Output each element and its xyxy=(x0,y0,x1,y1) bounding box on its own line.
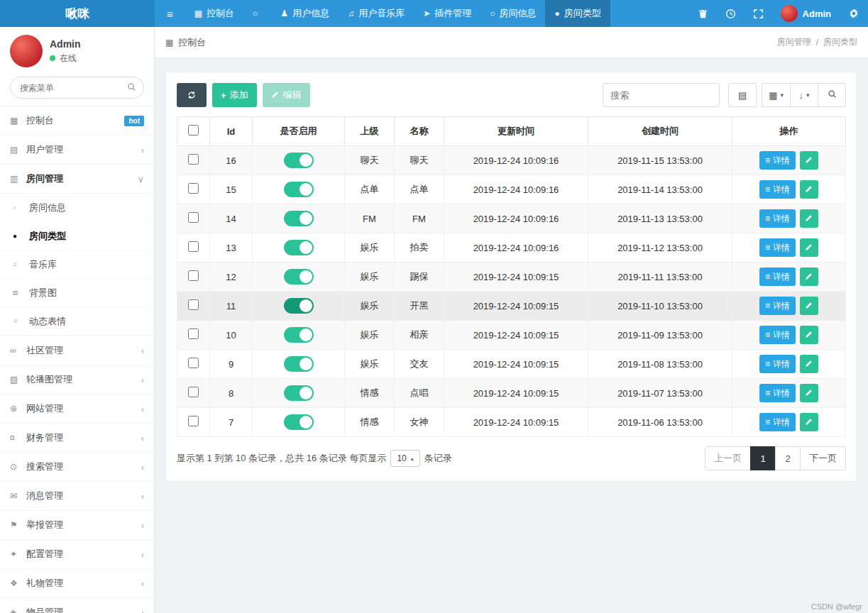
edit-row-button[interactable] xyxy=(800,297,818,315)
chevron-left-icon: ‹ xyxy=(141,433,144,443)
sidebar-item-room-mgmt[interactable]: ▥ 房间管理 ∨ xyxy=(0,165,154,194)
cell-created: 2019-11-14 13:53:00 xyxy=(588,175,732,204)
edit-button[interactable]: 编辑 xyxy=(263,83,310,107)
menu-search-input[interactable] xyxy=(10,77,144,99)
refresh-button[interactable] xyxy=(177,83,207,107)
edit-row-button[interactable] xyxy=(800,238,818,257)
search-button[interactable] xyxy=(818,83,846,107)
list-icon: ≡ xyxy=(765,388,770,398)
topnav-tab[interactable]: ♟ 用户信息 xyxy=(271,0,339,27)
row-checkbox[interactable] xyxy=(188,270,199,281)
sidebar-item[interactable]: ✉ 消息管理 ‹ xyxy=(0,482,154,511)
page-number-button[interactable]: 2 xyxy=(775,446,801,470)
detail-button[interactable]: ≡ 详情 xyxy=(759,355,796,373)
edit-row-button[interactable] xyxy=(800,180,818,199)
clock-icon[interactable] xyxy=(717,0,745,27)
sidebar-item[interactable]: ✦ 配置管理 ‹ xyxy=(0,540,154,569)
edit-row-button[interactable] xyxy=(800,151,818,170)
edit-row-button[interactable] xyxy=(800,384,818,402)
row-checkbox[interactable] xyxy=(188,212,199,223)
row-checkbox[interactable] xyxy=(188,183,199,194)
toggle-knob xyxy=(300,358,312,370)
select-all-checkbox[interactable] xyxy=(188,125,199,136)
sidebar-item[interactable]: ¤ 财务管理 ‹ xyxy=(0,424,154,453)
detail-button[interactable]: ≡ 详情 xyxy=(759,209,796,228)
toggle-view-button[interactable]: ▤ xyxy=(728,83,757,107)
sidebar-item[interactable]: ⊙ 搜索管理 ‹ xyxy=(0,453,154,482)
enabled-toggle[interactable] xyxy=(284,298,314,314)
topnav-tab[interactable]: ▦ 控制台 xyxy=(185,0,243,27)
row-checkbox[interactable] xyxy=(188,416,199,426)
topnav-tab[interactable]: ○ xyxy=(243,0,271,27)
enabled-toggle[interactable] xyxy=(284,182,314,197)
topnav-tab[interactable]: ● 房间类型 xyxy=(545,0,610,27)
enabled-toggle[interactable] xyxy=(284,356,314,372)
user-menu[interactable]: Admin xyxy=(772,0,840,27)
columns-button[interactable]: ▦ ▾ xyxy=(762,83,791,107)
gear-icon[interactable] xyxy=(840,0,868,27)
row-checkbox[interactable] xyxy=(188,154,199,165)
detail-button[interactable]: ≡ 详情 xyxy=(759,151,796,170)
sidebar-item[interactable]: ❖ 礼物管理 ‹ xyxy=(0,569,154,598)
page-size-select[interactable]: 10 ▴ xyxy=(390,450,419,467)
topnav-tab[interactable]: ➤ 插件管理 xyxy=(414,0,480,27)
row-checkbox[interactable] xyxy=(188,241,199,252)
detail-button[interactable]: ≡ 详情 xyxy=(759,384,796,402)
sidebar-item-user-mgmt[interactable]: ▤ 用户管理 ‹ xyxy=(0,136,154,165)
edit-row-button[interactable] xyxy=(800,355,818,373)
enabled-toggle[interactable] xyxy=(284,153,314,168)
sidebar-item[interactable]: ◈ 物品管理 ‹ xyxy=(0,598,154,613)
watermark: CSDN @wfegr xyxy=(811,602,862,611)
enabled-toggle[interactable] xyxy=(284,385,314,401)
topnav-right: Admin xyxy=(689,0,868,27)
cell-name: 女神 xyxy=(395,408,444,437)
detail-button[interactable]: ≡ 详情 xyxy=(759,238,796,257)
row-checkbox[interactable] xyxy=(188,358,199,368)
page-number-button[interactable]: 1 xyxy=(750,446,776,470)
topnav-tab[interactable]: ♫ 用户音乐库 xyxy=(339,0,414,27)
sidebar-item[interactable]: ⊕ 网站管理 ‹ xyxy=(0,394,154,424)
sidebar-subitem[interactable]: ♫ 音乐库 xyxy=(0,250,154,279)
table-row: 15 点单 点单 2019-12-24 10:09:16 2019-11-14 … xyxy=(177,175,846,204)
config-icon: ✦ xyxy=(10,549,26,559)
breadcrumb-parent[interactable]: 房间管理 xyxy=(777,36,811,48)
sidebar-subitem[interactable]: ● 房间类型 xyxy=(0,222,154,250)
table-search-input[interactable] xyxy=(603,83,720,107)
detail-button[interactable]: ≡ 详情 xyxy=(759,413,796,431)
topnav-tab[interactable]: ○ 房间信息 xyxy=(480,0,545,27)
next-page-button[interactable]: 下一页 xyxy=(800,446,846,470)
enabled-toggle[interactable] xyxy=(284,211,314,226)
enabled-toggle[interactable] xyxy=(284,414,314,430)
row-checkbox[interactable] xyxy=(188,387,199,397)
sidebar-subitem[interactable]: ▨ 背景图 xyxy=(0,279,154,307)
cell-created: 2019-11-11 13:53:00 xyxy=(588,263,732,292)
edit-row-button[interactable] xyxy=(800,209,818,228)
cell-updated: 2019-12-24 10:09:16 xyxy=(444,233,588,263)
export-button[interactable]: ↓ ▾ xyxy=(790,83,818,107)
sidebar-item[interactable]: ▧ 轮播图管理 ‹ xyxy=(0,365,154,394)
edit-row-button[interactable] xyxy=(800,326,818,344)
sidebar-subitem[interactable]: ☺ 动态表情 xyxy=(0,307,154,336)
sidebar-item[interactable]: ∞ 社区管理 ‹ xyxy=(0,336,154,365)
edit-row-button[interactable] xyxy=(800,413,818,431)
sidebar-toggle-button[interactable]: ≡ xyxy=(155,0,185,27)
enabled-toggle[interactable] xyxy=(284,240,314,255)
row-checkbox[interactable] xyxy=(188,328,199,339)
fullscreen-icon[interactable] xyxy=(745,0,772,27)
detail-button[interactable]: ≡ 详情 xyxy=(759,297,796,315)
trash-icon[interactable] xyxy=(689,0,717,27)
detail-button[interactable]: ≡ 详情 xyxy=(759,180,796,199)
detail-button[interactable]: ≡ 详情 xyxy=(759,326,796,344)
sidebar-item-console[interactable]: ▦ 控制台 hot xyxy=(0,106,154,136)
enabled-toggle[interactable] xyxy=(284,269,314,285)
add-button[interactable]: + 添加 xyxy=(212,83,257,107)
row-checkbox[interactable] xyxy=(188,299,199,310)
edit-row-button[interactable] xyxy=(800,267,818,286)
prev-page-button[interactable]: 上一页 xyxy=(705,446,751,470)
breadcrumb-leaf[interactable]: 房间类型 xyxy=(823,36,857,48)
sidebar-item[interactable]: ⚑ 举报管理 ‹ xyxy=(0,511,154,540)
enabled-toggle[interactable] xyxy=(284,327,314,343)
sidebar-subitem[interactable]: ○ 房间信息 xyxy=(0,194,154,222)
cell-id: 11 xyxy=(210,292,253,321)
detail-button[interactable]: ≡ 详情 xyxy=(759,267,796,286)
